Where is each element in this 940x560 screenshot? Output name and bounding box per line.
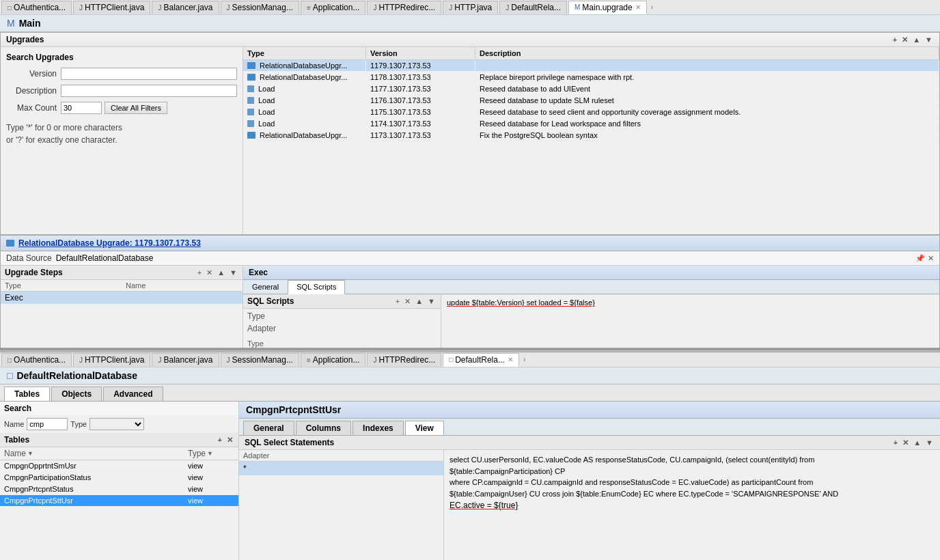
bwtab-tables[interactable]: Tables	[4, 387, 50, 401]
upgrades-header-actions: + ✕ ▲ ▼	[891, 36, 934, 44]
remove-table-btn[interactable]: ✕	[225, 436, 234, 445]
tab-balancer[interactable]: J Balancer.java	[152, 1, 219, 14]
add-table-btn[interactable]: +	[217, 436, 223, 444]
datasource-close-btn[interactable]: ✕	[928, 254, 934, 263]
tab-defaultrela[interactable]: J DefaultRela...	[499, 1, 567, 14]
move-up-sql-btn[interactable]: ▲	[414, 297, 424, 305]
entity-tab-general[interactable]: General	[243, 421, 294, 435]
db-icon-1	[247, 74, 255, 81]
btab-oa[interactable]: □ OAuthentica...	[1, 353, 72, 367]
cell-type-6: RelationalDatabaseUpgr...	[243, 130, 366, 141]
sql-body: select CU.userPersonId, EC.valueCode AS …	[450, 454, 935, 512]
bwtab-advanced[interactable]: Advanced	[103, 387, 163, 401]
hint-line1: Type '*' for 0 or more characters	[6, 122, 237, 134]
btab-http[interactable]: J HTTPClient.java	[73, 353, 150, 367]
tab-label-app: Application...	[313, 3, 360, 12]
move-up-sql-select-btn[interactable]: ▲	[912, 438, 922, 447]
sql-scripts-actions: + ✕ ▲ ▼	[394, 297, 437, 306]
move-down-sql-select-btn[interactable]: ▼	[924, 438, 935, 447]
table-row-cmpgnprtcpntstt[interactable]: CmpgnPrtcpntSttUsr view	[0, 495, 238, 507]
name-search-input[interactable]	[27, 418, 68, 430]
version-input[interactable]	[61, 68, 237, 80]
tables-scroll[interactable]: CmpgnOpprtntSmUsr view CmpgnParticipatio…	[0, 460, 238, 560]
tab-overflow-btn[interactable]: ›	[651, 3, 653, 11]
maxcount-input[interactable]	[61, 102, 102, 114]
exec-tab-sqlscripts[interactable]: SQL Scripts	[288, 280, 345, 294]
btab-httpredir[interactable]: J HTTPRedirec...	[367, 353, 441, 367]
tab-httpredir[interactable]: J HTTPRedirec...	[367, 1, 441, 14]
cell-type-3: Load	[243, 95, 366, 106]
datasource-pin-btn[interactable]: 📌	[915, 254, 925, 263]
table-row-1[interactable]: RelationalDatabaseUpgr... 1178.1307.173.…	[243, 72, 939, 83]
move-down-step-btn[interactable]: ▼	[228, 268, 238, 277]
entity-tab-indexes[interactable]: Indexes	[352, 421, 404, 435]
tab-icon-httpredir: J	[373, 4, 376, 12]
btab-balancer[interactable]: J Balancer.java	[152, 353, 219, 367]
btab-app[interactable]: ≡ Application...	[301, 353, 366, 367]
btab-icon-app: ≡	[307, 356, 311, 364]
bottom-window-titlebar: □ DefaultRelationalDatabase	[0, 367, 940, 384]
exec-content: SQL Scripts + ✕ ▲ ▼ Type	[243, 294, 939, 348]
table-row-cmpgnpart[interactable]: CmpgnParticipationStatus view	[0, 472, 238, 484]
search-section-label: Search	[0, 402, 238, 416]
table-row-3[interactable]: Load 1176.1307.173.53 Reseed database to…	[243, 95, 939, 107]
table-row-4[interactable]: Load 1175.1307.173.53 Reseed database to…	[243, 107, 939, 118]
description-input[interactable]	[61, 85, 237, 97]
upgrade-detail-title[interactable]: RelationalDatabase Upgrade: 1179.1307.17…	[18, 238, 201, 248]
top-window-icon: M	[7, 18, 15, 29]
tab-app[interactable]: ≡ Application...	[301, 1, 366, 14]
add-upgrade-btn[interactable]: +	[891, 36, 898, 44]
remove-step-btn[interactable]: ✕	[205, 268, 214, 277]
upgrades-table-scroll[interactable]: RelationalDatabaseUpgr... 1179.1307.173.…	[243, 60, 939, 234]
tab-session[interactable]: J SessionManag...	[221, 1, 299, 14]
btab-label-session: SessionManag...	[232, 355, 293, 365]
bottom-left-panel: Search Name Type Tables + ✕ Name ▼	[0, 402, 239, 560]
hint-text: Type '*' for 0 or more characters or '?'…	[6, 122, 237, 146]
bwtab-objects[interactable]: Objects	[51, 387, 102, 401]
entity-tab-columns[interactable]: Columns	[296, 421, 351, 435]
entity-tab-view[interactable]: View	[405, 421, 444, 435]
btab-session[interactable]: J SessionManag...	[221, 353, 299, 367]
sql-select-adapter-row[interactable]: *	[239, 462, 443, 476]
move-down-upgrade-btn[interactable]: ▼	[924, 36, 934, 44]
tab-close-main[interactable]: ✕	[635, 3, 641, 11]
btab-overflow-btn[interactable]: ›	[523, 356, 525, 363]
add-step-btn[interactable]: +	[196, 268, 203, 277]
move-down-sql-btn[interactable]: ▼	[426, 297, 437, 305]
exec-tab-general[interactable]: General	[243, 280, 288, 294]
remove-sql-btn[interactable]: ✕	[403, 297, 412, 306]
upgrades-col-headers: Type Version Description	[243, 47, 939, 60]
remove-sql-select-btn[interactable]: ✕	[901, 438, 910, 447]
upgrades-body: Search Upgrades Version Description Max …	[1, 47, 939, 234]
sql-type-label: Type	[247, 311, 265, 321]
btab-close-defaultrela[interactable]: ✕	[508, 356, 513, 363]
add-sql-btn[interactable]: +	[394, 297, 401, 305]
tab-main-upgrade[interactable]: M Main.upgrade ✕	[568, 1, 647, 14]
table-row-0[interactable]: RelationalDatabaseUpgr... 1179.1307.173.…	[243, 60, 939, 72]
remove-upgrade-btn[interactable]: ✕	[900, 36, 909, 44]
table-row-cmpgnprtcpnt[interactable]: CmpgnPrtcpntStatus view	[0, 484, 238, 495]
steps-data-row[interactable]: Exec	[1, 292, 243, 304]
btab-label-oa: OAuthentica...	[14, 355, 66, 365]
type-search-select[interactable]	[89, 418, 144, 430]
upgrades-panel-header: Upgrades + ✕ ▲ ▼	[1, 33, 939, 47]
tab-label-session: SessionManag...	[232, 3, 293, 12]
cell-ver-1: 1178.1307.173.53	[366, 72, 475, 83]
table-row-6[interactable]: RelationalDatabaseUpgr... 1173.1307.173.…	[243, 130, 939, 141]
table-row-cmpgnopp[interactable]: CmpgnOpprtntSmUsr view	[0, 460, 238, 472]
tab-http[interactable]: J HTTPClient.java	[73, 1, 150, 14]
move-up-upgrade-btn[interactable]: ▲	[911, 36, 922, 44]
sql-scripts-header: SQL Scripts + ✕ ▲ ▼	[243, 294, 441, 309]
table-row-5[interactable]: Load 1174.1307.173.53 Reseed database fo…	[243, 118, 939, 130]
add-sql-select-btn[interactable]: +	[892, 438, 899, 447]
bottom-window-title: DefaultRelationalDatabase	[16, 370, 137, 381]
btab-defaultrela[interactable]: □ DefaultRela... ✕	[443, 353, 519, 367]
tab-oa[interactable]: □ OAuthentica...	[1, 1, 72, 14]
tab-httpjava[interactable]: J HTTP.java	[443, 1, 498, 14]
sql-adapter-label: Adapter	[247, 324, 276, 333]
move-up-step-btn[interactable]: ▲	[216, 268, 226, 277]
table-row-2[interactable]: Load 1177.1307.173.53 Reseed database to…	[243, 83, 939, 95]
clear-all-filters-btn[interactable]: Clear All Filters	[105, 102, 167, 114]
btab-icon-oa: □	[8, 356, 12, 364]
cell-desc-6: Fix the PostgreSQL boolean syntax	[475, 130, 939, 141]
